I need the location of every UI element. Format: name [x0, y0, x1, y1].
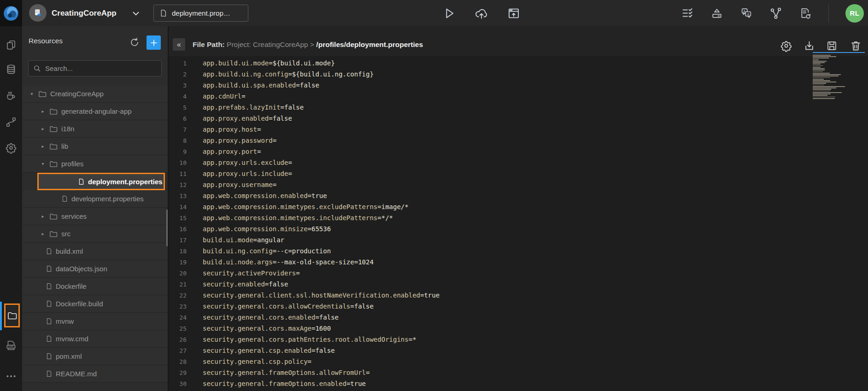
preview-icon[interactable] [507, 6, 521, 20]
chevron-expanded-icon[interactable]: ▾ [40, 161, 46, 166]
tree-item-lib[interactable]: ▸lib [22, 138, 168, 155]
chevron-down-icon[interactable] [131, 8, 141, 18]
code-line[interactable]: 29security.general.frameOptions.allowFro… [169, 367, 868, 378]
more-icon[interactable] [5, 370, 17, 382]
collapse-panel-button[interactable]: « [173, 38, 185, 51]
chevron-collapsed-icon[interactable]: ▸ [40, 109, 46, 114]
delete-icon[interactable] [849, 39, 862, 52]
code-line[interactable]: 26security.general.cors.pathEntries.root… [169, 334, 868, 345]
code-line[interactable]: 18build.ui.ng.config=--c=production [169, 245, 868, 257]
code-line[interactable]: 12app.proxy.username= [169, 179, 868, 190]
tree-item-creatingcoreapp[interactable]: ▾CreatingCoreApp [22, 85, 168, 103]
code-line[interactable]: 27security.general.csp.enabled=false [169, 345, 868, 356]
code-text: app.build.ui.mode=${build.ui.mode} [203, 59, 335, 67]
editor-area: « File Path: Project: CreatingCoreApp > … [168, 26, 868, 391]
translate-icon[interactable]: A a [740, 7, 753, 20]
tree-item-build-xml[interactable]: build.xml [22, 243, 168, 260]
code-line[interactable]: 11app.proxy.urls.include= [169, 168, 868, 179]
code-line[interactable]: 3app.build.ui.spa.enabled=false [169, 80, 868, 91]
minimap-bar [813, 74, 841, 75]
tree-item-dataobjects-json[interactable]: dataObjects.json [22, 260, 168, 278]
chevron-collapsed-icon[interactable]: ▸ [40, 144, 46, 149]
tab-deployment-properties[interactable]: deployment.prop… [153, 5, 248, 22]
pages-icon[interactable] [5, 39, 17, 51]
minimap-bar [813, 95, 827, 96]
line-number: 16 [169, 226, 187, 233]
settings-gear-icon[interactable] [780, 39, 792, 52]
minimap-lines [813, 55, 865, 99]
code-editor[interactable]: 1app.build.ui.mode=${build.ui.mode}2app.… [169, 56, 868, 391]
chevron-expanded-icon[interactable]: ▾ [29, 91, 35, 96]
chevron-collapsed-icon[interactable]: ▸ [40, 126, 46, 131]
tree-item-readme-md[interactable]: README.md [22, 365, 168, 383]
share-icon[interactable] [769, 7, 782, 20]
code-line[interactable]: 7app.proxy.host= [169, 124, 868, 135]
code-text: security.enabled=false [203, 280, 288, 288]
file-sync-icon[interactable] [799, 7, 812, 20]
code-line[interactable]: 9app.proxy.port= [169, 146, 868, 157]
code-line[interactable]: 23security.general.cors.allowCredentials… [169, 301, 868, 312]
tree-item-dockerfile-build[interactable]: Dockerfile.build [22, 295, 168, 313]
export-icon[interactable] [710, 7, 723, 20]
project-name[interactable]: CreatingCoreApp [52, 0, 117, 26]
tree-item-mvnw-cmd[interactable]: mvnw.cmd [22, 330, 168, 348]
svg-text:LOG: LOG [8, 345, 13, 348]
chevron-collapsed-icon[interactable]: ▸ [40, 231, 46, 236]
database-icon[interactable] [5, 64, 17, 76]
tree-item-label: i18n [61, 125, 74, 133]
run-icon[interactable] [442, 6, 456, 20]
code-line[interactable]: 5app.prefabs.lazyInit=false [169, 102, 868, 113]
code-line[interactable]: 25security.general.cors.maxAge=1600 [169, 323, 868, 334]
user-avatar[interactable]: RL [845, 4, 864, 23]
code-line[interactable]: 6app.proxy.enabled=false [169, 113, 868, 124]
project-avatar[interactable] [29, 4, 47, 22]
code-line[interactable]: 8app.proxy.password= [169, 135, 868, 146]
code-line[interactable]: 4app.cdnUrl= [169, 91, 868, 102]
minimap-bar [813, 76, 839, 76]
file-explorer-icon[interactable] [4, 303, 20, 327]
code-line[interactable]: 20security.activeProviders= [169, 268, 868, 279]
settings-icon[interactable] [5, 142, 17, 154]
code-line[interactable]: 30security.general.frameOptions.enabled=… [169, 378, 868, 389]
tree-item-services[interactable]: ▸services [22, 208, 168, 225]
tree-item-pom-xml[interactable]: pom.xml [22, 348, 168, 365]
chevron-collapsed-icon[interactable]: ▸ [40, 214, 46, 219]
cloud-deploy-icon[interactable] [475, 6, 488, 20]
tree-item-deployment-properties[interactable]: deployment.properties [37, 173, 165, 190]
code-line[interactable]: 13app.web.compression.enabled=true [169, 190, 868, 201]
code-line[interactable]: 15app.web.compression.mimetypes.includeP… [169, 212, 868, 223]
tree-item-src[interactable]: ▸src [22, 225, 168, 243]
code-line[interactable]: 14app.web.compression.mimetypes.excludeP… [169, 201, 868, 212]
minimap-bar [813, 65, 823, 66]
code-line[interactable]: 24security.general.cors.enabled=false [169, 312, 868, 323]
minimap-bar [813, 68, 825, 69]
add-resource-button[interactable] [147, 35, 161, 50]
search-input[interactable] [45, 64, 151, 72]
code-line[interactable]: 28security.general.csp.policy= [169, 356, 868, 367]
file-path-bar: « File Path: Project: CreatingCoreApp > … [169, 26, 868, 56]
tree-item-profiles[interactable]: ▾profiles [22, 155, 168, 173]
code-text: app.proxy.port= [203, 148, 261, 155]
code-line[interactable]: 19build.ui.node.args=--max-old-space-siz… [169, 257, 868, 268]
wavemaker-logo[interactable] [0, 0, 22, 26]
logs-icon[interactable]: LOG [5, 339, 17, 351]
tree-item-generated-angular-app[interactable]: ▸generated-angular-app [22, 103, 168, 120]
code-line[interactable]: 1app.build.ui.mode=${build.ui.mode} [169, 58, 868, 69]
code-line[interactable]: 10app.proxy.urls.exclude= [169, 157, 868, 168]
tree-item-development-properties[interactable]: development.properties [22, 190, 168, 208]
minimap[interactable] [813, 52, 865, 99]
code-line[interactable]: 22security.general.client.ssl.hostNameVe… [169, 290, 868, 301]
tree-item-dockerfile[interactable]: Dockerfile [22, 278, 168, 295]
download-icon[interactable] [803, 39, 815, 52]
refresh-icon[interactable] [129, 37, 140, 48]
code-line[interactable]: 16app.web.compression.minsize=65536 [169, 223, 868, 234]
code-line[interactable]: 21security.enabled=false [169, 279, 868, 290]
apis-icon[interactable] [5, 116, 17, 128]
tree-item-i18n[interactable]: ▸i18n [22, 120, 168, 138]
java-services-icon[interactable] [5, 90, 17, 102]
tree-item-mvnw[interactable]: mvnw [22, 313, 168, 330]
code-line[interactable]: 17build.ui.mode=angular [169, 234, 868, 245]
checklist-icon[interactable] [681, 7, 694, 20]
save-icon[interactable] [825, 39, 838, 52]
code-line[interactable]: 2app.build.ui.ng.config=${build.ui.ng.co… [169, 69, 868, 80]
